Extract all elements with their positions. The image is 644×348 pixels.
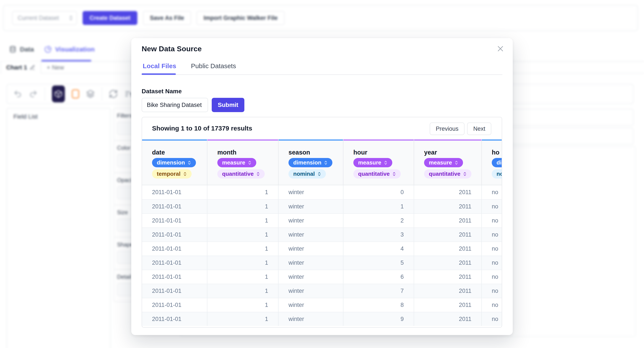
table-cell: 1 — [208, 312, 278, 326]
redo-button[interactable] — [29, 90, 38, 98]
updown-chevron-icon — [183, 172, 187, 176]
column-semantic-row: temporal — [152, 169, 207, 179]
active-tab-underline — [41, 60, 91, 62]
table-cell: winter — [278, 200, 344, 213]
layers-icon — [86, 90, 95, 98]
layers-button[interactable] — [86, 90, 95, 98]
table-cell: 2011-01-01 — [142, 228, 208, 241]
column-header-ho: hodimensionnominal — [482, 139, 502, 185]
table-cell: 2011 — [414, 242, 482, 256]
pill-label: quantitative — [429, 171, 460, 177]
mark-rect-button[interactable] — [72, 89, 79, 99]
tab-visualization-label: Visualization — [55, 46, 95, 53]
table-cell: no — [482, 242, 502, 256]
table-cell: winter — [278, 185, 344, 199]
table-cell: 1 — [208, 214, 278, 227]
table-cell: winter — [278, 270, 344, 284]
table-cell: 4 — [344, 242, 414, 256]
undo-icon — [14, 90, 22, 98]
chart-tab-1[interactable]: Chart 1 — [0, 62, 41, 74]
table-cell: winter — [278, 298, 344, 312]
new-data-source-modal: New Data Source Local Files Public Datas… — [131, 38, 513, 335]
column-semantic-pill[interactable]: quantitative — [217, 169, 265, 179]
table-cell: winter — [278, 228, 344, 241]
column-semantic-pill[interactable]: quantitative — [353, 169, 401, 179]
new-chart-tab[interactable]: + New — [47, 62, 64, 74]
create-dataset-button[interactable]: Create Dataset — [82, 11, 137, 25]
current-dataset-select[interactable]: Current Dataset — [12, 11, 77, 25]
column-semantic-pill[interactable]: temporal — [152, 169, 192, 179]
geom-cube-button[interactable] — [52, 86, 65, 102]
table-cell: 1 — [208, 200, 278, 213]
refresh-icon — [109, 90, 118, 98]
table-cell: 1 — [208, 228, 278, 241]
pill-label: measure — [222, 159, 245, 166]
column-semantic-pill[interactable]: nominal — [288, 169, 326, 179]
table-cell: 1 — [208, 256, 278, 270]
column-type-bar — [278, 139, 343, 141]
column-header-date: datedimensiontemporal — [142, 139, 208, 185]
preview-table: datedimensiontemporalmonthmeasurequantit… — [142, 139, 502, 326]
table-cell: no — [482, 214, 502, 227]
table-row: 2011-01-011winter42011no — [142, 241, 502, 256]
submit-button[interactable]: Submit — [212, 98, 244, 112]
table-cell: 3 — [344, 228, 414, 241]
column-role-pill[interactable]: dimension — [288, 158, 332, 167]
pill-label: temporal — [157, 171, 180, 177]
import-graphic-walker-file-button[interactable]: Import Graphic Walker File — [196, 11, 284, 25]
results-summary: Showing 1 to 10 of 17379 results — [152, 125, 252, 132]
tab-data-label: Data — [20, 46, 34, 53]
table-cell: no — [482, 228, 502, 241]
column-role-pill[interactable]: dimension — [492, 158, 502, 167]
column-role-pill[interactable]: measure — [217, 158, 256, 167]
undo-button[interactable] — [14, 90, 22, 98]
column-role-pill[interactable]: dimension — [152, 158, 196, 167]
tab-data[interactable]: Data — [9, 43, 34, 56]
column-semantic-pill[interactable]: nominal — [492, 169, 502, 179]
table-cell: 0 — [344, 185, 414, 199]
column-header-year: yearmeasurequantitative — [414, 139, 482, 185]
dataset-name-input[interactable] — [142, 98, 208, 112]
column-role-row: dimension — [152, 158, 207, 167]
previous-button[interactable]: Previous — [430, 123, 464, 135]
table-cell: 2011 — [414, 312, 482, 326]
column-role-pill[interactable]: measure — [353, 158, 392, 167]
table-row: 2011-01-011winter82011no — [142, 298, 502, 312]
tab-public-datasets[interactable]: Public Datasets — [191, 62, 236, 70]
table-cell: 2011-01-01 — [142, 200, 208, 213]
table-body: 2011-01-011winter02011no2011-01-011winte… — [142, 185, 502, 326]
table-cell: winter — [278, 214, 344, 227]
column-name: hour — [353, 149, 414, 156]
table-cell: 8 — [344, 298, 414, 312]
results-header: Showing 1 to 10 of 17379 results Previou… — [142, 117, 502, 139]
tab-visualization[interactable]: Visualization — [44, 43, 95, 56]
table-cell: 2011-01-01 — [142, 298, 208, 312]
table-row: 2011-01-011winter32011no — [142, 227, 502, 241]
current-dataset-value: Current Dataset — [18, 15, 59, 22]
modal-active-tab-underline — [142, 73, 176, 75]
column-header-season: seasondimensionnominal — [278, 139, 344, 185]
refresh-button[interactable] — [109, 90, 118, 98]
rect-mark-icon — [72, 89, 79, 99]
table-cell: 2011-01-01 — [142, 185, 208, 199]
close-button[interactable] — [496, 45, 504, 53]
table-cell: 1 — [208, 185, 278, 199]
table-cell: 2011 — [414, 298, 482, 312]
pill-label: dimension — [293, 159, 321, 166]
table-header-row: datedimensiontemporalmonthmeasurequantit… — [142, 139, 502, 185]
tab-local-files[interactable]: Local Files — [143, 62, 176, 70]
next-button[interactable]: Next — [467, 123, 491, 135]
table-cell: 2011 — [414, 228, 482, 241]
modal-tabs-divider — [142, 75, 502, 75]
updown-chevron-icon — [248, 160, 252, 165]
table-cell: 2011-01-01 — [142, 214, 208, 227]
column-semantic-row: quantitative — [353, 169, 414, 179]
table-row: 2011-01-011winter72011no — [142, 284, 502, 298]
table-cell: 6 — [344, 270, 414, 284]
column-role-pill[interactable]: measure — [424, 158, 463, 167]
save-as-file-button[interactable]: Save As File — [143, 11, 191, 25]
table-cell: no — [482, 312, 502, 326]
table-cell: 2011 — [414, 270, 482, 284]
column-semantic-pill[interactable]: quantitative — [424, 169, 472, 179]
table-cell: no — [482, 284, 502, 298]
